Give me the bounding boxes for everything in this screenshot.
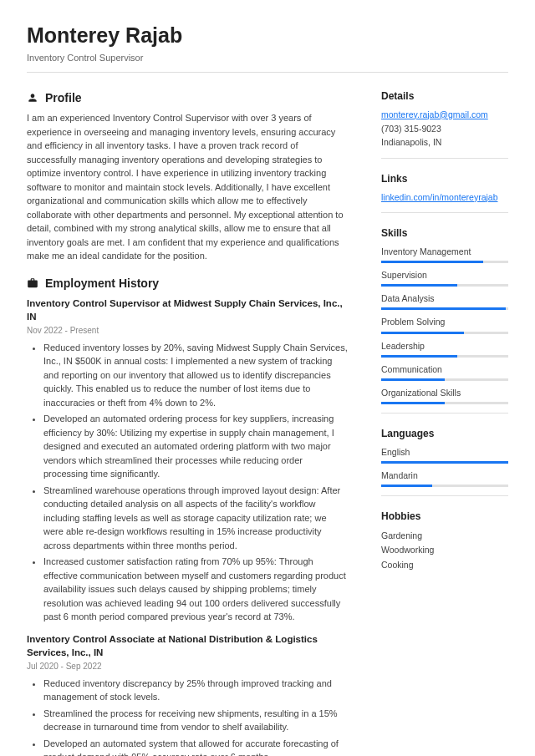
skill-bar [381,284,508,287]
content-container: Profile I am an experienced Inventory Co… [27,89,508,756]
location-text: Indianapolis, IN [381,135,508,150]
skills-list: Inventory ManagementSupervisionData Anal… [381,246,508,405]
skill-item: Problem Solving [381,316,508,333]
skill-name: English [381,446,508,459]
skill-fill [381,332,464,334]
skill-name: Problem Solving [381,316,508,328]
profile-heading: Profile [45,89,82,106]
skill-fill [381,485,432,487]
person-icon [27,92,38,104]
hobbies-section: Hobbies GardeningWoodworkingCooking [381,510,508,573]
skill-fill [381,378,445,381]
job-dates-text: Nov 2022 - Present [27,325,348,337]
skill-bar [381,378,508,381]
job-bullet: Developed an automated ordering process … [43,412,348,481]
full-name: Monterey Rajab [27,20,508,50]
phone-text: (703) 315-9023 [381,122,508,136]
main-column: Profile I am an experienced Inventory Co… [27,89,348,756]
skill-item: Leadership [381,340,508,358]
profile-section-header: Profile [27,89,348,106]
languages-list: EnglishMandarin [381,446,508,487]
skill-fill [381,307,506,310]
skill-bar [381,332,508,334]
hobby-item: Cooking [381,558,508,573]
skill-bar [381,355,508,358]
job-title: Inventory Control Supervisor [27,52,508,65]
job-dates-text: Jul 2020 - Sep 2022 [27,661,348,673]
sidebar-divider [381,158,508,159]
skill-item: Organizational Skills [381,387,508,404]
details-heading: Details [381,89,508,104]
skill-item: Supervision [381,269,508,287]
skill-fill [381,461,508,464]
links-heading: Links [381,172,508,186]
employment-heading: Employment History [45,275,159,292]
skill-item: Inventory Management [381,246,508,263]
job-entry: Inventory Control Associate at National … [27,632,348,756]
job-bullet: Developed an automated system that allow… [43,737,348,756]
sidebar-divider [381,212,508,213]
skill-fill [381,261,483,263]
email-link[interactable]: monterey.rajab@gmail.com [381,109,488,119]
hobbies-list: GardeningWoodworkingCooking [381,529,508,574]
skill-fill [381,402,445,404]
sidebar-divider [381,413,508,414]
skill-bar [381,485,508,487]
hobbies-heading: Hobbies [381,510,508,524]
skill-item: Data Analysis [381,292,508,310]
job-bullets: Reduced inventory losses by 20%, saving … [27,341,348,624]
skill-name: Organizational Skills [381,387,508,399]
skill-name: Mandarin [381,469,508,482]
employment-section-header: Employment History [27,275,348,292]
job-bullet: Streamlined the process for receiving ne… [43,707,348,734]
job-bullet: Increased customer satisfaction rating f… [43,555,348,624]
sidebar: Details monterey.rajab@gmail.com (703) 3… [381,89,508,756]
details-section: Details monterey.rajab@gmail.com (703) 3… [381,89,508,159]
skill-name: Communication [381,363,508,376]
links-section: Links linkedin.com/in/montereyrajab [381,172,508,213]
hobby-item: Woodworking [381,543,508,558]
job-bullet: Streamlined warehouse operations through… [43,484,348,553]
skill-bar [381,402,508,404]
languages-heading: Languages [381,427,508,441]
job-bullet: Reduced inventory losses by 20%, saving … [43,341,348,410]
languages-section: Languages EnglishMandarin [381,427,508,496]
jobs-list: Inventory Control Supervisor at Midwest … [27,297,348,756]
skill-item: Mandarin [381,469,508,487]
briefcase-icon [27,277,38,289]
profile-text: I am an experienced Inventory Control Su… [27,111,348,263]
skills-heading: Skills [381,226,508,241]
skill-bar [381,461,508,464]
skill-fill [381,355,457,358]
hobby-item: Gardening [381,529,508,544]
skills-section: Skills Inventory ManagementSupervisionDa… [381,226,508,414]
job-title-text: Inventory Control Supervisor at Midwest … [27,297,348,323]
job-title-text: Inventory Control Associate at National … [27,632,348,659]
header-divider [27,72,508,73]
skill-name: Leadership [381,340,508,353]
skill-name: Supervision [381,269,508,282]
job-entry: Inventory Control Supervisor at Midwest … [27,297,348,624]
skill-item: English [381,446,508,464]
skill-bar [381,261,508,263]
job-bullet: Reduced inventory discrepancy by 25% thr… [43,677,348,704]
resume-header: Monterey Rajab Inventory Control Supervi… [27,20,508,73]
skill-name: Inventory Management [381,246,508,258]
job-bullets: Reduced inventory discrepancy by 25% thr… [27,677,348,756]
linkedin-link[interactable]: linkedin.com/in/montereyrajab [381,192,497,202]
skill-bar [381,307,508,310]
skill-item: Communication [381,363,508,381]
sidebar-divider [381,495,508,496]
skill-fill [381,284,457,287]
skill-name: Data Analysis [381,292,508,305]
